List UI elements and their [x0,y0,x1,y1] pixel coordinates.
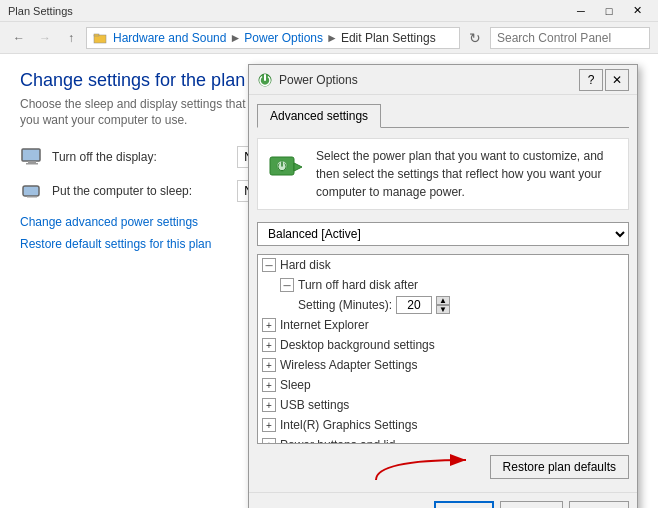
link-section: Change advanced power settings Restore d… [20,215,260,251]
dialog-help-button[interactable]: ? [579,69,603,91]
svg-rect-6 [27,196,37,198]
intel-graphics-expand[interactable]: + [262,418,276,432]
address-path: Hardware and Sound ► Power Options ► Edi… [86,27,460,49]
plan-dropdown-row: Balanced [Active] [257,222,629,246]
dialog-power-icon [257,72,273,88]
restore-defaults-link[interactable]: Restore default settings for this plan [20,237,260,251]
usb-label: USB settings [280,398,349,412]
ok-button[interactable]: OK [434,501,494,508]
dialog-title-bar: Power Options ? ✕ [249,65,637,95]
tree-item-desktop-bg: + Desktop background settings [258,335,628,355]
dialog-close-button[interactable]: ✕ [605,69,629,91]
svg-rect-2 [22,149,40,161]
page-subtitle: Choose the sleep and display settings th… [20,96,260,130]
window-title: Plan Settings [8,5,568,17]
breadcrumb-current: Edit Plan Settings [341,31,436,45]
dialog-title-buttons: ? ✕ [579,69,629,91]
title-bar-controls: ─ □ ✕ [568,2,650,20]
hd-minutes-spinners: ▲ ▼ [436,296,450,314]
tree-item-hard-disk: ─ Hard disk [258,255,628,275]
hd-minutes-label: Setting (Minutes): [298,298,392,312]
tree-item-intel-graphics: + Intel(R) Graphics Settings [258,415,628,435]
breadcrumb-power[interactable]: Power Options [244,31,323,45]
sleep-label: Put the computer to sleep: [52,184,192,198]
breadcrumb-hardware[interactable]: Hardware and Sound [113,31,226,45]
tree-item-sleep: + Sleep [258,375,628,395]
search-input[interactable] [490,27,650,49]
desktop-bg-label: Desktop background settings [280,338,435,352]
desktop-bg-expand[interactable]: + [262,338,276,352]
dialog-footer: OK Cancel Apply [249,492,637,508]
hd-minutes-row: Setting (Minutes): ▲ ▼ [294,295,628,315]
tree-item-usb: + USB settings [258,395,628,415]
sleep-expand[interactable]: + [262,378,276,392]
tree-item-power-buttons: + Power buttons and lid [258,435,628,444]
power-buttons-label: Power buttons and lid [280,438,395,444]
hd-minutes-input[interactable] [396,296,432,314]
restore-arrow [366,452,486,482]
svg-rect-4 [26,163,38,165]
svg-rect-1 [94,34,99,36]
turn-off-hd-expand[interactable]: ─ [280,278,294,292]
dialog-body: Advanced settings Select the power plan [249,95,637,492]
settings-tree[interactable]: ─ Hard disk ─ Turn off hard disk after S… [257,254,629,444]
info-text: Select the power plan that you want to c… [316,147,620,201]
sleep-label: Sleep [280,378,311,392]
up-button[interactable]: ↑ [60,27,82,49]
turn-off-hd-label: Turn off hard disk after [298,278,418,292]
usb-expand[interactable]: + [262,398,276,412]
svg-rect-3 [28,161,36,163]
forward-button[interactable]: → [34,27,56,49]
apply-button[interactable]: Apply [569,501,629,508]
info-section: Select the power plan that you want to c… [257,138,629,210]
display-setting-row: Turn off the display: N [20,145,260,169]
refresh-button[interactable]: ↻ [464,27,486,49]
path-icon [93,30,109,46]
wireless-label: Wireless Adapter Settings [280,358,417,372]
window-close-button[interactable]: ✕ [624,2,650,20]
svg-rect-5 [23,186,39,196]
svg-marker-9 [294,163,302,171]
ie-label: Internet Explorer [280,318,369,332]
main-content: Change settings for the plan Choose the … [0,54,658,508]
hard-disk-label: Hard disk [280,258,331,272]
display-icon [20,145,44,169]
dialog-title: Power Options [279,73,579,87]
restore-section: Restore plan defaults [257,450,629,484]
advanced-settings-tab[interactable]: Advanced settings [257,104,381,128]
plan-dropdown[interactable]: Balanced [Active] [257,222,629,246]
display-label: Turn off the display: [52,150,157,164]
hd-minutes-down[interactable]: ▼ [436,305,450,314]
info-power-icon [266,147,306,201]
hard-disk-expand[interactable]: ─ [262,258,276,272]
hd-minutes-up[interactable]: ▲ [436,296,450,305]
tab-bar: Advanced settings [257,103,629,128]
ie-expand[interactable]: + [262,318,276,332]
page-title: Change settings for the plan [20,70,260,92]
address-bar: ← → ↑ Hardware and Sound ► Power Options… [0,22,658,54]
back-button[interactable]: ← [8,27,30,49]
power-buttons-expand[interactable]: + [262,438,276,444]
plan-dropdown-wrap: Balanced [Active] [257,222,629,246]
tree-item-ie: + Internet Explorer [258,315,628,335]
maximize-button[interactable]: □ [596,2,622,20]
wireless-expand[interactable]: + [262,358,276,372]
sleep-setting-row: Put the computer to sleep: N [20,179,260,203]
intel-graphics-label: Intel(R) Graphics Settings [280,418,417,432]
left-panel: Change settings for the plan Choose the … [20,70,260,492]
tree-item-wireless: + Wireless Adapter Settings [258,355,628,375]
sleep-icon [20,179,44,203]
cancel-button[interactable]: Cancel [500,501,563,508]
tree-item-turn-off-hd: ─ Turn off hard disk after [276,275,628,295]
restore-plan-defaults-button[interactable]: Restore plan defaults [490,455,629,479]
advanced-power-settings-link[interactable]: Change advanced power settings [20,215,260,229]
title-bar: Plan Settings ─ □ ✕ [0,0,658,22]
power-options-dialog: Power Options ? ✕ Advanced settings [248,64,638,508]
minimize-button[interactable]: ─ [568,2,594,20]
